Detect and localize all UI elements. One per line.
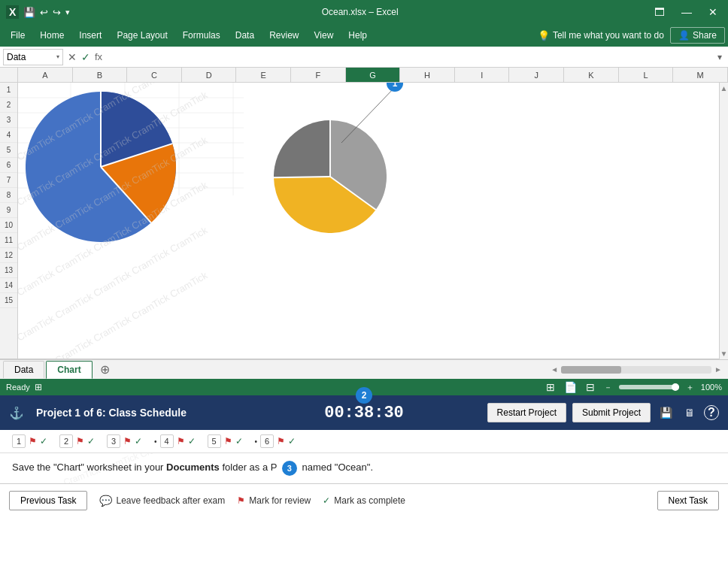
row-8[interactable]: 8 (0, 188, 17, 203)
zoom-in-icon[interactable]: ＋ (684, 381, 696, 394)
expand-formula-icon[interactable]: ▾ (714, 52, 725, 62)
row-13[interactable]: 13 (0, 263, 17, 278)
review-action[interactable]: ⚑ Mark for review (237, 495, 311, 506)
name-box[interactable]: Data ▾ (3, 49, 63, 65)
col-B[interactable]: B (73, 68, 128, 82)
undo-icon[interactable]: ↩ (40, 7, 48, 18)
horizontal-scroll[interactable]: ◄ ► (551, 360, 728, 379)
row-5[interactable]: 5 (0, 143, 17, 158)
redo-icon[interactable]: ↪ (53, 7, 61, 18)
next-task-btn[interactable]: Next Task (657, 491, 719, 510)
col-M[interactable]: M (673, 68, 728, 82)
col-C[interactable]: C (127, 68, 182, 82)
step-6-flag: ⚑ (277, 436, 285, 446)
menu-formulas[interactable]: Formulas (175, 27, 228, 44)
col-L[interactable]: L (619, 68, 674, 82)
menu-data[interactable]: Data (228, 27, 262, 44)
instruction-bold: Documents (166, 462, 220, 473)
row-6[interactable]: 6 (0, 158, 17, 173)
col-I[interactable]: I (455, 68, 510, 82)
step-3-check: ✓ (135, 436, 142, 446)
excel-logo: X (6, 5, 19, 19)
ready-status: Ready (6, 383, 30, 392)
badge-2: 2 (356, 387, 372, 404)
row-4[interactable]: 4 (0, 128, 17, 143)
col-K[interactable]: K (564, 68, 619, 82)
review-label: Mark for review (249, 495, 311, 506)
row-15[interactable]: 15 (0, 293, 17, 308)
step-5[interactable]: 5 ⚑ ✓ (208, 434, 243, 448)
instruction-text-middle: folder as a P (222, 462, 277, 473)
col-H[interactable]: H (400, 68, 455, 82)
tell-me-text[interactable]: Tell me what you want to do (553, 30, 664, 41)
restore-btn[interactable]: 🗖 (650, 5, 669, 20)
step-3[interactable]: 3 ⚑ ✓ (107, 434, 142, 448)
row-10[interactable]: 10 (0, 218, 17, 233)
badge-1: 1 (387, 83, 403, 92)
cancel-formula-icon[interactable]: ✕ (68, 51, 77, 63)
steps-bar: 1 ⚑ ✓ 2 ⚑ ✓ 3 ⚑ ✓ • 4 ⚑ ✓ 5 ⚑ ✓ • 6 ⚑ ✓ (0, 430, 728, 453)
step-6[interactable]: • 6 ⚑ ✓ (255, 434, 296, 448)
zoom-slider[interactable] (619, 385, 679, 389)
previous-task-btn[interactable]: Previous Task (9, 491, 87, 510)
name-box-value: Data (7, 52, 56, 62)
col-D[interactable]: D (182, 68, 237, 82)
close-btn[interactable]: ✕ (704, 5, 722, 20)
restart-project-btn[interactable]: Restart Project (487, 403, 566, 422)
submit-project-btn[interactable]: Submit Project (572, 403, 651, 422)
pie-chart-1-container (26, 92, 176, 244)
window-title: Ocean.xlsx – Excel (322, 7, 399, 17)
zoom-handle[interactable] (672, 383, 679, 391)
col-J[interactable]: J (509, 68, 564, 82)
customize-icon[interactable]: ▾ (65, 8, 70, 17)
name-box-dropdown[interactable]: ▾ (56, 53, 59, 60)
share-label: Share (693, 30, 717, 41)
row-7[interactable]: 7 (0, 173, 17, 188)
row-9[interactable]: 9 (0, 203, 17, 218)
sheet-tab-chart[interactable]: Chart (46, 361, 92, 379)
menu-help[interactable]: Help (341, 27, 375, 44)
col-A[interactable]: A (18, 68, 73, 82)
row-2[interactable]: 2 (0, 98, 17, 113)
sheet-tab-data[interactable]: Data (3, 361, 44, 378)
row-numbers: 1 2 3 4 5 6 7 8 9 10 11 12 13 14 15 (0, 83, 18, 359)
col-F[interactable]: F (291, 68, 346, 82)
view-layout-icon[interactable]: 📄 (562, 380, 579, 394)
fx-icon[interactable]: fx (95, 51, 102, 62)
feedback-action[interactable]: 💬 Leave feedback after exam (99, 495, 225, 507)
feedback-label: Leave feedback after exam (116, 495, 225, 506)
share-button[interactable]: 👤 Share (670, 27, 725, 44)
view-normal-icon[interactable]: ⊞ (544, 380, 557, 394)
row-3[interactable]: 3 (0, 113, 17, 128)
step-1[interactable]: 1 ⚑ ✓ (12, 434, 47, 448)
step-4-num: 4 (160, 434, 174, 448)
vertical-scrollbar[interactable]: ▲ ▼ (719, 83, 728, 359)
row-1[interactable]: 1 (0, 83, 17, 98)
col-G[interactable]: G (346, 68, 401, 82)
row-12[interactable]: 12 (0, 248, 17, 263)
row-11[interactable]: 11 (0, 233, 17, 248)
complete-action[interactable]: ✓ Mark as complete (323, 495, 405, 506)
menu-view[interactable]: View (307, 27, 341, 44)
project-label: Project 1 of 6: Class Schedule (36, 407, 187, 419)
add-sheet-btn[interactable]: ⊕ (94, 361, 116, 378)
step-2[interactable]: 2 ⚑ ✓ (59, 434, 95, 448)
confirm-formula-icon[interactable]: ✓ (81, 51, 90, 63)
menu-review[interactable]: Review (262, 27, 306, 44)
col-E[interactable]: E (236, 68, 291, 82)
menu-insert[interactable]: Insert (71, 27, 109, 44)
help-task-icon[interactable]: ? (704, 405, 719, 420)
minimize-btn[interactable]: — (677, 5, 696, 20)
view-page-break-icon[interactable]: ⊟ (584, 380, 597, 394)
menu-page-layout[interactable]: Page Layout (109, 27, 174, 44)
save-icon[interactable]: 💾 (23, 7, 35, 18)
save-task-icon[interactable]: 💾 (657, 405, 675, 420)
formula-input[interactable] (107, 49, 714, 65)
tell-me-bar[interactable]: 💡 Tell me what you want to do (538, 30, 664, 41)
menu-home[interactable]: Home (32, 27, 71, 44)
zoom-out-icon[interactable]: － (602, 381, 614, 394)
step-4[interactable]: • 4 ⚑ ✓ (154, 434, 196, 448)
settings-task-icon[interactable]: 🖥 (681, 405, 698, 420)
row-14[interactable]: 14 (0, 278, 17, 293)
menu-file[interactable]: File (3, 27, 32, 44)
